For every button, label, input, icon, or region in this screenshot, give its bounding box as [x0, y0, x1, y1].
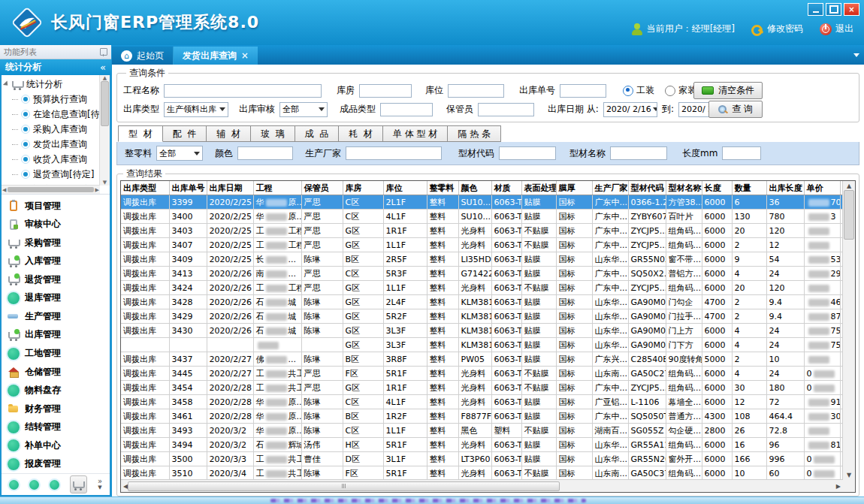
column-header-出库长度[interactable]: 出库长度 — [766, 181, 804, 195]
column-header-整零料[interactable]: 整零料 — [427, 181, 458, 195]
column-header-数量[interactable]: 数量 — [732, 181, 766, 195]
tab-close-icon[interactable]: × — [241, 50, 249, 61]
color-input[interactable] — [237, 146, 293, 160]
tree-item-发货出库查询[interactable]: 发货出库查询 — [2, 137, 100, 152]
module-item-结转管理[interactable]: 结转管理 — [2, 418, 110, 436]
clear-conditions-button[interactable]: 清空条件 — [693, 82, 763, 99]
table-row[interactable]: 调拨出库34242020/2/26工工程严思G区1L1F整料光身料6063-T5… — [121, 281, 843, 295]
module-item-补单中心[interactable]: 补单中心 — [2, 436, 110, 455]
keeper-input[interactable] — [478, 103, 534, 116]
table-row[interactable]: 调拨出库34302020/2/26石城陈琳G区3L3F整料KLM38176063… — [121, 324, 843, 338]
scrollbar-thumb[interactable] — [128, 481, 560, 491]
table-row[interactable]: 调拨出库34292020/2/26石城陈琳G区5R2F整料KLM38176063… — [121, 309, 843, 324]
material-tab-辅材[interactable]: 辅 材 — [207, 125, 251, 142]
material-tab-单体型材[interactable]: 单 体 型 材 — [383, 125, 448, 142]
project-name-input[interactable] — [164, 84, 322, 98]
tree-horizontal-scrollbar[interactable]: ◀▶ — [2, 185, 100, 194]
table-row[interactable]: 调拨出库34372020/2/27佛...陈琳B区3R8F整料PW056063-… — [121, 352, 843, 367]
column-header-保管员[interactable]: 保管员 — [301, 181, 343, 195]
column-header-出库单号[interactable]: 出库单号 — [169, 181, 207, 195]
module-item-退货管理[interactable]: 退货管理 — [2, 270, 110, 289]
table-row[interactable]: 调拨出库35002020/3/3工共工程曹佳D区3L1F整料LT3P606063… — [121, 452, 843, 466]
tree-item-预算执行查询[interactable]: 预算执行查询 — [2, 92, 100, 107]
column-header-型材代码[interactable]: 型材代码 — [628, 181, 666, 195]
collapse-icon[interactable]: « — [100, 62, 106, 73]
tree-expander-icon[interactable] — [3, 80, 10, 87]
audit-select[interactable]: 全部 — [279, 102, 328, 117]
table-row[interactable]: 调拨出库34932020/3/2华原...陈琳C区1L1F整料黑色塑料不贴膜国标… — [121, 424, 843, 438]
radio-industrial[interactable]: 工装 — [623, 84, 654, 97]
change-password-button[interactable]: 修改密码 — [751, 23, 803, 35]
module-item-入库管理[interactable]: 入库管理 — [2, 252, 110, 271]
module-item-采购管理[interactable]: 采购管理 — [2, 234, 110, 252]
logout-button[interactable]: 退出 — [820, 23, 853, 35]
date-from-select[interactable]: 2020/ 2/16 — [603, 102, 657, 117]
grid-vertical-scrollbar[interactable]: ▲▼ — [842, 181, 855, 480]
table-row[interactable]: 调拨出库34582020/2/28华原...陈琳C区4L1F整料光身料6063-… — [121, 395, 843, 409]
table-row[interactable]: 调拨出库34092020/2/25长...陈琳B区2R5F整料LI35HD606… — [121, 252, 843, 267]
table-row[interactable]: 调拨出库34542020/2/28工共工程严思G区1R1F整料光身料6063-T… — [121, 381, 843, 395]
table-row[interactable]: 调拨出库34282020/2/26石城陈琳G区2L4F整料KLM38176063… — [121, 295, 843, 309]
module-item-物料盘存[interactable]: 物料盘存 — [2, 381, 110, 400]
radio-home[interactable]: 家装 — [665, 84, 696, 97]
module-item-工地管理[interactable]: 工地管理 — [2, 344, 110, 363]
tree-root-statistics[interactable]: 统计分析 — [2, 77, 100, 92]
material-tab-耗材[interactable]: 耗 材 — [339, 125, 383, 142]
module-item-仓储管理[interactable]: 仓储管理 — [2, 363, 110, 382]
grid-horizontal-scrollbar[interactable]: ◀ ▶ — [121, 479, 843, 492]
column-header-工程[interactable]: 工程 — [253, 181, 301, 195]
profile-name-input[interactable] — [610, 146, 667, 160]
table-row[interactable]: 调拨出库34612020/2/28华原...陈琳B区1R2F整料F8877FT6… — [121, 409, 843, 424]
module-item-项目管理[interactable]: 项目管理 — [2, 197, 110, 216]
column-header-膜厚[interactable]: 膜厚 — [556, 181, 592, 195]
module-item-生产管理[interactable]: 生产管理 — [2, 307, 110, 326]
warehouse-input[interactable] — [359, 84, 412, 98]
module-item-财务管理[interactable]: 财务管理 — [2, 400, 110, 418]
tree-item-采购入库查询[interactable]: 采购入库查询 — [2, 122, 100, 137]
table-row[interactable]: 调拨出库34072020/2/25工工程严思G区1L1F整料光身料6063-T5… — [121, 238, 843, 252]
table-row[interactable]: 调拨出库35102020/3/4工共工程陈琳F区5R1F整料光身料6063-T5… — [121, 466, 843, 481]
tree-item-在途信息查询[待[interactable]: 在途信息查询[待 — [2, 107, 100, 122]
product-type-input[interactable] — [380, 103, 433, 116]
close-button[interactable]: × — [844, 3, 859, 16]
search-button[interactable]: 查 询 — [708, 101, 763, 118]
material-tab-隔热条[interactable]: 隔 热 条 — [448, 125, 501, 142]
cart-module-button[interactable] — [70, 475, 87, 493]
table-row[interactable]: G区3L3F整料KLM38176063-T5贴膜国标山东华...GA90M09.… — [121, 338, 843, 352]
module-dot-icon[interactable] — [29, 480, 39, 490]
module-item-报废管理[interactable]: 报废管理 — [2, 454, 110, 473]
out-type-select[interactable]: 生产领料出库 — [164, 102, 228, 117]
module-item-审核中心[interactable]: 审核中心 — [2, 216, 110, 234]
column-header-颜色[interactable]: 颜色 — [458, 181, 491, 195]
material-tab-配件[interactable]: 配 件 — [163, 125, 207, 142]
tab-home[interactable]: ⌂ 起始页 — [112, 47, 174, 65]
column-header-单价[interactable]: 单价 — [804, 181, 840, 195]
length-input[interactable] — [722, 146, 761, 160]
tab-overflow-icon[interactable] — [853, 53, 859, 57]
column-header-出库类型[interactable]: 出库类型 — [121, 181, 169, 195]
tab-shipping-outbound-query[interactable]: 发货出库查询 × — [174, 47, 258, 65]
module-dot-icon[interactable] — [50, 480, 59, 490]
column-header-长度[interactable]: 长度 — [702, 181, 732, 195]
order-no-input[interactable] — [560, 84, 606, 98]
column-header-表面处理[interactable]: 表面处理 — [521, 181, 556, 195]
material-tab-型材[interactable]: 型 材 — [118, 125, 163, 142]
more-modules-button[interactable]: »▼ — [98, 478, 102, 490]
minimize-button[interactable] — [808, 3, 823, 16]
table-row[interactable]: 调拨出库34942020/3/2石辉城汤伟H区5R1F整料光身料6063-T5贴… — [121, 438, 843, 452]
whole-part-select[interactable]: 全部 — [156, 146, 203, 161]
column-header-出库日期[interactable]: 出库日期 — [207, 181, 253, 195]
module-dot-icon[interactable] — [9, 480, 19, 490]
module-item-出库管理[interactable]: 出库管理 — [2, 326, 110, 345]
manufacturer-input[interactable] — [346, 146, 442, 160]
tree-item-退货查询[待定][interactable]: 退货查询[待定] — [2, 167, 100, 182]
column-header-型材名称[interactable]: 型材名称 — [666, 181, 702, 195]
table-row[interactable]: 调拨出库34032020/2/25工工程严思G区1R1F整料光身料6063-T5… — [121, 224, 843, 238]
column-header-库房[interactable]: 库房 — [343, 181, 383, 195]
location-input[interactable] — [448, 84, 504, 98]
column-header-材质[interactable]: 材质 — [491, 181, 521, 195]
column-header-库位[interactable]: 库位 — [383, 181, 427, 195]
material-tab-玻璃[interactable]: 玻 璃 — [251, 125, 295, 142]
table-row[interactable]: 调拨出库34132020/2/26南...严思C区5R3F整料G71422606… — [121, 267, 843, 281]
table-row[interactable]: 调拨出库33992020/2/25华原...严思C区2L1F整料SU10...6… — [121, 195, 843, 210]
